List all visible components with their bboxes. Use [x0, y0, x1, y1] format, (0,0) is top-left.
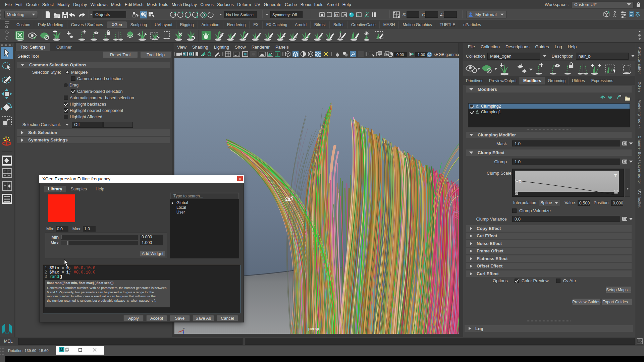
svg-text:R: R — [519, 179, 522, 184]
svg-text:IPR: IPR — [335, 14, 339, 16]
svg-text:T: T — [276, 52, 279, 57]
svg-text:y: y — [183, 327, 185, 330]
svg-text:0.00: 0.00 — [396, 53, 404, 57]
svg-text:M: M — [60, 348, 63, 352]
svg-text:persp: persp — [308, 326, 319, 331]
svg-text:on: on — [428, 54, 430, 56]
svg-text:T: T — [614, 173, 617, 178]
svg-text:1.00: 1.00 — [418, 53, 425, 57]
